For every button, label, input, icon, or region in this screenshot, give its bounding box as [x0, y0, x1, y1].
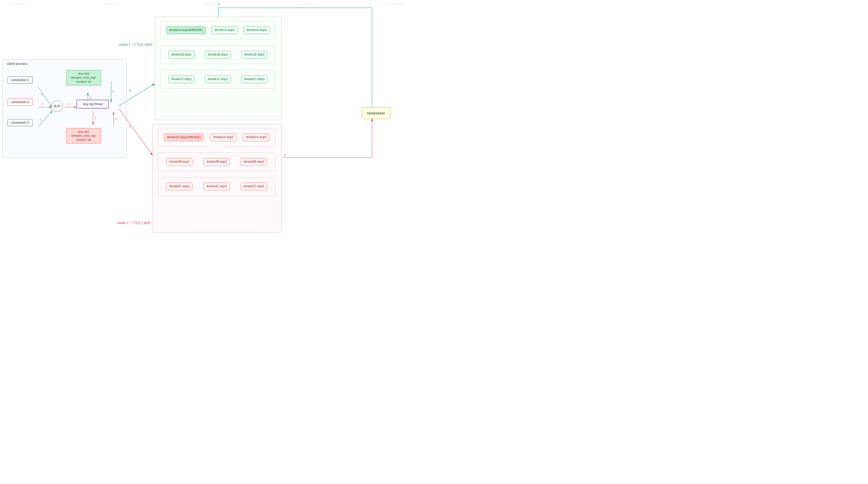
cluster1-box: dnode1A-dup1(MNODE) dnode1A-dup2 dnode1A… [155, 17, 282, 120]
c1-dnode1b-dup1: dnode1B-dup1 [168, 51, 194, 59]
c2-node-a3-label: dnode2A-dup3 [246, 135, 266, 139]
c2-dnode2c-dup2: dnode2C-dup2 [204, 183, 230, 190]
c2-node-a1-label: dnode2A-dup1(MNODE) [167, 135, 201, 139]
slowlog-pink-box: {tmp dir}/tdengine_slow_log/{cluster2 Id… [66, 128, 101, 143]
c2-dnode2a-dup1: dnode2A-dup1(MNODE) [164, 133, 204, 141]
c2-node-b1-label: dnode2B-dup1 [169, 160, 190, 163]
client-process-label: client process [7, 62, 27, 66]
svg-text:6: 6 [218, 3, 220, 6]
queue-label: 队列 [54, 104, 60, 108]
c1-dnode1a-dup1: dnode1A-dup1(MNODE) [166, 26, 206, 34]
slog-log-thread-box: slog log thread [76, 100, 109, 108]
c2-dnode2c-dup3: dnode2C-dup3 [241, 183, 267, 190]
client-process-box: client process connection 1 connection 2… [3, 59, 127, 158]
watermark-4: 王刷刷 0781 [297, 2, 314, 6]
watermark-5: 王刷刷 0781 [388, 2, 405, 6]
c2-node-c1-label: dnode2C-dup1 [169, 185, 189, 188]
c1-node-b1-label: dnode1B-dup1 [171, 53, 192, 56]
c1-node-a2-label: dnode1A-dup2 [214, 28, 235, 32]
c2-dnode2a-dup2: dnode2A-dup2 [210, 133, 237, 141]
cluster1-row-a: dnode1A-dup1(MNODE) dnode1A-dup2 dnode1A… [160, 21, 275, 39]
c1-dnode1a-dup3: dnode1A-dup3 [244, 26, 270, 34]
c1-node-c2-label: dnode1C-dup2 [208, 77, 228, 81]
connection-2-label: connection 2 [11, 100, 29, 104]
diagram-container: 1 1 1 2 3 3 4 4 5 5 6 6 [0, 0, 434, 242]
cluster2-row-b: dnode2B-dup1 dnode2B-dup2 dnode2B-dup3 [158, 153, 275, 171]
c2-node-c3-label: dnode2C-dup3 [244, 185, 264, 188]
cluster2-label: cluster 2（三节点三副本） [117, 221, 153, 225]
cluster1-label-text: cluster 1（三节点三副本） [119, 43, 155, 46]
svg-text:6: 6 [284, 153, 286, 157]
watermark-1: 王刷刷 0781 [9, 2, 26, 6]
c2-dnode2b-dup3: dnode2B-dup3 [241, 158, 267, 166]
cluster2-row-a: dnode2A-dup1(MNODE) dnode2A-dup2 dnode2A… [158, 128, 275, 147]
c1-dnode1b-dup3: dnode1B-dup3 [241, 51, 268, 59]
c1-node-b3-label: dnode1B-dup3 [244, 53, 265, 56]
c1-node-c1-label: dnode1C-dup1 [171, 77, 192, 81]
taoskeeper-label: taoskeeper [367, 111, 385, 115]
cluster1-row-c: dnode1C-dup1 dnode1C-dup2 dnode1C-dup3 [160, 70, 275, 89]
c2-node-c2-label: dnode2C-dup2 [207, 185, 227, 188]
slowlog-green-text: {tmp dir}/tdengine_slow_log//{cluster1 I… [71, 72, 96, 83]
connection-1-box: connection 1 [7, 76, 33, 84]
connection-2-box: connection 2 [7, 98, 33, 106]
cluster2-box: dnode2A-dup1(MNODE) dnode2A-dup2 dnode2A… [152, 124, 282, 232]
c1-node-a3-label: dnode1A-dup3 [246, 28, 267, 32]
connection-1-label: connection 1 [11, 78, 29, 82]
svg-text:5: 5 [129, 89, 131, 93]
c1-dnode1b-dup2: dnode1B-dup2 [205, 51, 231, 59]
watermark-2: 王刷刷 0781 [103, 2, 120, 6]
c2-dnode2a-dup3: dnode2A-dup3 [243, 133, 269, 141]
c1-dnode1c-dup2: dnode1C-dup2 [205, 75, 231, 83]
slowlog-green-box: {tmp dir}/tdengine_slow_log//{cluster1 I… [66, 70, 101, 86]
cluster2-label-text: cluster 2（三节点三副本） [117, 221, 153, 225]
c1-dnode1c-dup3: dnode1C-dup3 [241, 75, 268, 83]
c2-dnode2b-dup2: dnode2B-dup2 [204, 158, 230, 166]
slog-thread-label: slog log thread [83, 102, 103, 106]
connection-3-box: connection 3 [7, 119, 33, 126]
c1-node-a1-label: dnode1A-dup1(MNODE) [169, 28, 203, 32]
c1-dnode1c-dup1: dnode1C-dup1 [168, 75, 194, 83]
queue-circle: 队列 [52, 100, 63, 112]
c2-node-b2-label: dnode2B-dup2 [207, 160, 227, 163]
c2-dnode2b-dup1: dnode2B-dup1 [166, 158, 192, 166]
c1-node-b2-label: dnode1B-dup2 [208, 53, 228, 56]
slowlog-pink-text: {tmp dir}/tdengine_slow_log/{cluster2 Id… [71, 130, 96, 141]
c2-node-b3-label: dnode2B-dup3 [244, 160, 264, 163]
c2-node-a2-label: dnode2A-dup2 [213, 135, 234, 139]
cluster1-row-b: dnode1B-dup1 dnode1B-dup2 dnode1B-dup3 [160, 45, 275, 64]
c1-node-c3-label: dnode1C-dup3 [244, 77, 265, 81]
watermark-3: 王刷刷 0781 [202, 2, 219, 6]
cluster1-label: cluster 1（三节点三副本） [119, 43, 155, 47]
connection-3-label: connection 3 [11, 121, 29, 125]
taoskeeper-box: taoskeeper [362, 107, 390, 119]
cluster2-row-c: dnode2C-dup1 dnode2C-dup2 dnode2C-dup3 [158, 177, 275, 196]
svg-text:5: 5 [129, 125, 131, 129]
c2-dnode2c-dup1: dnode2C-dup1 [166, 183, 192, 190]
c1-dnode1a-dup2: dnode1A-dup2 [212, 26, 238, 34]
